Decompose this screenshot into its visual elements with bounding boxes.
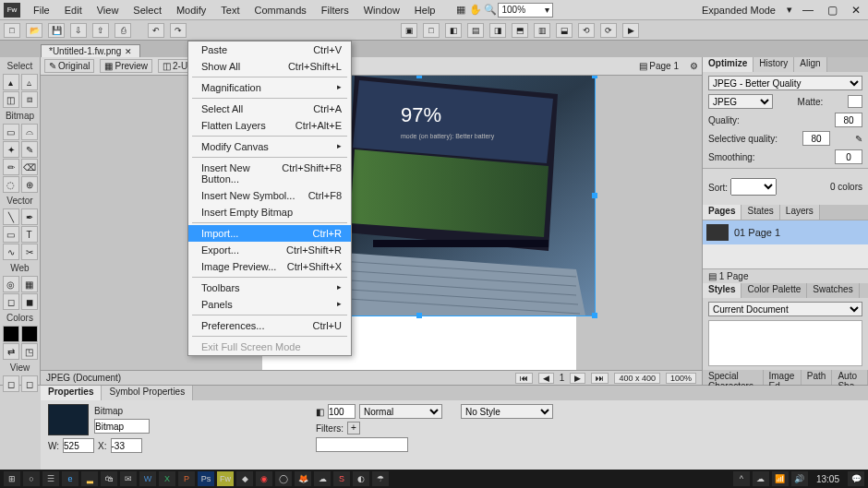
- app3-icon[interactable]: ☁: [314, 471, 331, 486]
- page-settings-icon[interactable]: ⚙: [690, 61, 698, 71]
- menu-commands[interactable]: Commands: [247, 3, 314, 18]
- minimize-button[interactable]: —: [800, 4, 816, 17]
- pen-tool[interactable]: ✒: [21, 208, 38, 225]
- format-select[interactable]: JPEG: [708, 94, 773, 109]
- page-indicator[interactable]: ▤ Page 1: [633, 60, 684, 72]
- app6-icon[interactable]: ☂: [372, 471, 389, 486]
- undo-icon[interactable]: ↶: [148, 23, 164, 38]
- mode-chevron-icon[interactable]: ▾: [787, 4, 792, 16]
- align-mid-icon[interactable]: ▥: [534, 23, 550, 38]
- styles-scope-select[interactable]: Current Document: [708, 302, 862, 316]
- redo-icon[interactable]: ↷: [170, 23, 187, 38]
- w-input[interactable]: [63, 438, 94, 453]
- store-icon[interactable]: 🛍: [101, 471, 117, 486]
- menu-filters[interactable]: Filters: [314, 3, 356, 18]
- tab-styles[interactable]: Styles: [703, 283, 741, 298]
- add-filter-button[interactable]: +: [347, 422, 360, 434]
- status-dims[interactable]: 400 x 400: [614, 373, 660, 384]
- tab-close-icon[interactable]: ✕: [125, 47, 132, 56]
- tab-image-ed[interactable]: Image Ed.: [764, 370, 802, 385]
- tab-align[interactable]: Align: [794, 57, 826, 72]
- tray-wifi-icon[interactable]: 📶: [772, 471, 789, 486]
- stamp-tool[interactable]: ⊕: [21, 176, 38, 193]
- nav-last-icon[interactable]: ⏭: [591, 373, 609, 384]
- slice-tool[interactable]: ▦: [21, 276, 38, 292]
- app4-icon[interactable]: S: [333, 471, 350, 486]
- cm-image-preview[interactable]: Image Preview...Ctrl+Shift+X: [188, 258, 351, 275]
- default-colors-icon[interactable]: ◳: [21, 343, 38, 360]
- fw-icon[interactable]: Fw: [217, 471, 234, 486]
- print-icon[interactable]: ⎙: [115, 23, 131, 38]
- explorer-icon[interactable]: ▂: [81, 471, 98, 486]
- tab-optimize[interactable]: Optimize: [703, 57, 753, 72]
- excel-icon[interactable]: X: [159, 471, 175, 486]
- pencil-tool[interactable]: ✏: [3, 159, 19, 175]
- tray-vol-icon[interactable]: 🔊: [791, 471, 808, 486]
- style-select[interactable]: No Style: [461, 404, 553, 419]
- menu-edit[interactable]: Edit: [57, 3, 90, 18]
- wand-tool[interactable]: ✦: [3, 141, 19, 158]
- subselect-tool[interactable]: ▵: [21, 74, 38, 90]
- view-original[interactable]: ✎Original: [44, 59, 94, 73]
- selq-input[interactable]: [802, 131, 830, 146]
- cm-insert-bitmap[interactable]: Insert Empty Bitmap: [188, 204, 351, 220]
- save-icon[interactable]: 💾: [48, 23, 65, 38]
- tab-swatches[interactable]: Swatches: [807, 283, 859, 298]
- page-item[interactable]: 01 Page 1: [703, 220, 868, 244]
- crop-tool[interactable]: ⧈: [21, 91, 38, 108]
- status-zoom[interactable]: 100%: [666, 373, 696, 384]
- text-tool[interactable]: T: [21, 226, 38, 243]
- edge-icon[interactable]: e: [62, 471, 78, 486]
- lasso-tool[interactable]: ⌓: [21, 124, 38, 140]
- firefox-icon[interactable]: 🦊: [295, 471, 311, 486]
- nav-first-icon[interactable]: ⏮: [515, 373, 533, 384]
- tab-properties[interactable]: Properties: [41, 386, 102, 400]
- align-left-icon[interactable]: ◧: [445, 23, 462, 38]
- zoom-select[interactable]: 100%▾: [498, 3, 553, 18]
- tray-cloud-icon[interactable]: ☁: [753, 471, 769, 486]
- sort-select[interactable]: [730, 178, 777, 196]
- swap-colors-icon[interactable]: ⇄: [3, 343, 19, 360]
- tray-up-icon[interactable]: ^: [733, 471, 750, 486]
- pointer-tool[interactable]: ▴: [3, 74, 19, 90]
- filter-list[interactable]: [316, 437, 408, 452]
- scale-tool[interactable]: ◫: [3, 91, 19, 108]
- ungroup-icon[interactable]: □: [423, 23, 440, 38]
- menu-modify[interactable]: Modify: [169, 3, 213, 18]
- nav-next-icon[interactable]: ▶: [570, 373, 585, 384]
- cm-panels[interactable]: Panels: [188, 296, 351, 313]
- tab-path[interactable]: Path: [802, 370, 833, 385]
- menu-view[interactable]: View: [90, 3, 127, 18]
- show-tool[interactable]: ◼: [21, 293, 38, 310]
- cm-insert-button[interactable]: Insert New Button...Ctrl+Shift+F8: [188, 160, 351, 187]
- maximize-button[interactable]: ▢: [824, 4, 840, 17]
- object-name-input[interactable]: [94, 419, 150, 434]
- preset-select[interactable]: JPEG - Better Quality: [708, 76, 862, 90]
- marquee-tool[interactable]: ▭: [3, 124, 19, 140]
- quality-input[interactable]: [835, 113, 862, 127]
- tab-auto-shape[interactable]: Auto Sha: [832, 370, 868, 385]
- menu-help[interactable]: Help: [407, 3, 443, 18]
- nav-prev-icon[interactable]: ◀: [538, 373, 554, 384]
- x-input[interactable]: [111, 438, 142, 453]
- align-top-icon[interactable]: ⬒: [512, 23, 528, 38]
- tab-history[interactable]: History: [753, 57, 794, 72]
- canvas[interactable]: 97% mode (on battery): Better battery: [41, 76, 702, 370]
- export-icon[interactable]: ⇧: [92, 23, 109, 38]
- workspace-mode[interactable]: Expanded Mode: [702, 5, 776, 16]
- document-tab[interactable]: *Untitled-1.fw.png ✕: [41, 44, 140, 57]
- align-center-icon[interactable]: ▤: [467, 23, 484, 38]
- view-preview[interactable]: ▦Preview: [100, 59, 152, 73]
- menu-select[interactable]: Select: [126, 3, 169, 18]
- cm-show-all[interactable]: Show AllCtrl+Shift+L: [188, 58, 351, 75]
- close-button[interactable]: ✕: [848, 4, 864, 17]
- selq-edit-icon[interactable]: ✎: [855, 134, 862, 144]
- cm-import[interactable]: Import...Ctrl+R: [188, 225, 351, 242]
- menu-text[interactable]: Text: [213, 3, 247, 18]
- play-icon[interactable]: ▶: [622, 23, 639, 38]
- menu-file[interactable]: File: [26, 3, 57, 18]
- ppt-icon[interactable]: P: [178, 471, 195, 486]
- app2-icon[interactable]: ◉: [256, 471, 272, 486]
- line-tool[interactable]: ╲: [3, 208, 19, 225]
- cm-preferences[interactable]: Preferences...Ctrl+U: [188, 317, 351, 334]
